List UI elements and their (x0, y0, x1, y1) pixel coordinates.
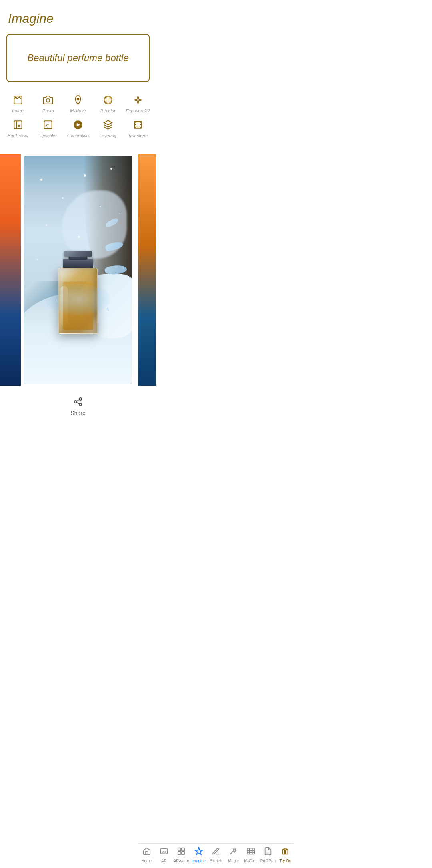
tools-row-1: Image Photo M-Move (3, 95, 153, 113)
photo-icon (43, 95, 53, 107)
tool-bgreraser-label: Bgr Eraser (8, 133, 29, 138)
tool-recolor-label: Recolor (100, 108, 116, 113)
main-carousel-image[interactable] (24, 156, 132, 384)
tool-exposure-label: ExposureX2 (126, 108, 150, 113)
tool-layering[interactable]: Layering (94, 120, 122, 138)
recolor-icon (103, 95, 113, 107)
upscaler-icon: x² (43, 120, 53, 132)
tool-generative[interactable]: Generative (64, 120, 92, 138)
svg-point-9 (136, 99, 139, 102)
share-section: Share (0, 392, 156, 423)
tools-section: Image Photo M-Move (0, 88, 156, 148)
tool-transform[interactable]: Transform (124, 120, 152, 138)
tool-upscaler-label: Upscaler (39, 133, 56, 138)
generative-icon (73, 120, 83, 132)
tool-photo-label: Photo (42, 108, 54, 113)
svg-point-7 (105, 101, 106, 103)
tools-row-2: × Bgr Eraser x² Upscaler Generative (3, 120, 153, 138)
svg-point-2 (46, 99, 50, 102)
exposure-icon (133, 95, 143, 107)
image-icon (13, 95, 23, 107)
tool-photo[interactable]: Photo (34, 95, 62, 113)
tool-generative-label: Generative (67, 133, 89, 138)
bgreraser-icon: × (13, 120, 23, 132)
svg-line-21 (77, 400, 80, 401)
svg-point-17 (79, 398, 82, 400)
tool-exposurex2[interactable]: ExposureX2 (124, 95, 152, 113)
svg-point-5 (105, 97, 106, 98)
share-icon[interactable] (73, 397, 83, 409)
app-title: Imagine (8, 11, 54, 26)
tool-layering-label: Layering (100, 133, 116, 138)
tool-bgr-eraser[interactable]: × Bgr Eraser (4, 120, 32, 138)
prompt-container[interactable]: Beautiful perfume bottle (6, 34, 150, 82)
tool-mmove[interactable]: M-Move (64, 95, 92, 113)
svg-line-20 (77, 403, 80, 404)
svg-text:x²: x² (46, 123, 49, 127)
carousel-right-image[interactable] (138, 154, 156, 386)
tool-image-label: Image (12, 108, 24, 113)
layering-icon (103, 120, 113, 132)
image-carousel (0, 154, 156, 386)
mmove-icon (73, 95, 83, 107)
svg-point-1 (16, 98, 17, 99)
header: Imagine (0, 0, 156, 30)
tool-upscaler[interactable]: x² Upscaler (34, 120, 62, 138)
svg-text:×: × (14, 127, 16, 129)
svg-point-18 (74, 401, 77, 403)
tool-mmove-label: M-Move (70, 108, 86, 113)
tool-recolor[interactable]: Recolor (94, 95, 122, 113)
share-label: Share (70, 410, 85, 416)
tool-transform-label: Transform (128, 133, 148, 138)
carousel-left-image[interactable] (0, 154, 21, 386)
prompt-text: Beautiful perfume bottle (27, 52, 129, 64)
svg-point-8 (109, 101, 111, 103)
tool-image[interactable]: Image (4, 95, 32, 113)
svg-point-19 (79, 403, 82, 406)
svg-point-3 (77, 98, 79, 100)
svg-point-6 (109, 97, 111, 98)
transform-icon (133, 120, 143, 132)
